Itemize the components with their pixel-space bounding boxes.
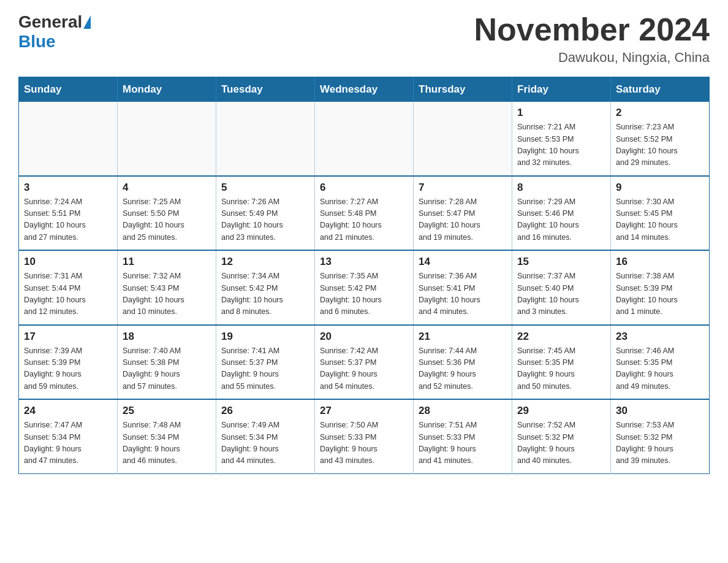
calendar-cell: 7Sunrise: 7:28 AMSunset: 5:47 PMDaylight… xyxy=(414,176,512,251)
calendar-week-row: 3Sunrise: 7:24 AMSunset: 5:51 PMDaylight… xyxy=(19,176,710,251)
day-info: Sunrise: 7:51 AMSunset: 5:33 PMDaylight:… xyxy=(419,419,507,467)
logo-blue-text: Blue xyxy=(18,32,56,51)
day-info: Sunrise: 7:42 AMSunset: 5:37 PMDaylight:… xyxy=(320,345,408,393)
day-number: 1 xyxy=(517,107,605,119)
calendar-cell: 2Sunrise: 7:23 AMSunset: 5:52 PMDaylight… xyxy=(611,102,710,176)
day-info: Sunrise: 7:53 AMSunset: 5:32 PMDaylight:… xyxy=(616,419,704,467)
day-number: 10 xyxy=(24,256,112,268)
day-number: 21 xyxy=(419,331,507,343)
day-number: 27 xyxy=(320,405,408,417)
day-number: 14 xyxy=(419,256,507,268)
calendar-cell: 29Sunrise: 7:52 AMSunset: 5:32 PMDayligh… xyxy=(512,399,611,473)
day-number: 26 xyxy=(221,405,309,417)
day-number: 6 xyxy=(320,182,408,194)
calendar-cell: 14Sunrise: 7:36 AMSunset: 5:41 PMDayligh… xyxy=(414,250,512,325)
day-info: Sunrise: 7:46 AMSunset: 5:35 PMDaylight:… xyxy=(616,345,704,393)
calendar-cell: 10Sunrise: 7:31 AMSunset: 5:44 PMDayligh… xyxy=(19,250,118,325)
calendar-cell: 1Sunrise: 7:21 AMSunset: 5:53 PMDaylight… xyxy=(512,102,611,176)
day-number: 20 xyxy=(320,331,408,343)
calendar-cell: 22Sunrise: 7:45 AMSunset: 5:35 PMDayligh… xyxy=(512,325,611,400)
day-info: Sunrise: 7:44 AMSunset: 5:36 PMDaylight:… xyxy=(419,345,507,393)
day-info: Sunrise: 7:49 AMSunset: 5:34 PMDaylight:… xyxy=(221,419,309,467)
day-number: 11 xyxy=(123,256,211,268)
calendar-cell: 4Sunrise: 7:25 AMSunset: 5:50 PMDaylight… xyxy=(118,176,216,251)
calendar-cell: 3Sunrise: 7:24 AMSunset: 5:51 PMDaylight… xyxy=(19,176,118,251)
calendar-table: SundayMondayTuesdayWednesdayThursdayFrid… xyxy=(18,77,710,474)
day-number: 29 xyxy=(517,405,605,417)
calendar-cell: 17Sunrise: 7:39 AMSunset: 5:39 PMDayligh… xyxy=(19,325,118,400)
calendar-header: SundayMondayTuesdayWednesdayThursdayFrid… xyxy=(19,77,710,102)
logo-triangle-icon xyxy=(83,15,91,29)
day-number: 22 xyxy=(517,331,605,343)
logo: General Blue xyxy=(18,12,92,52)
day-info: Sunrise: 7:45 AMSunset: 5:35 PMDaylight:… xyxy=(517,345,605,393)
calendar-cell: 19Sunrise: 7:41 AMSunset: 5:37 PMDayligh… xyxy=(216,325,315,400)
day-info: Sunrise: 7:47 AMSunset: 5:34 PMDaylight:… xyxy=(24,419,112,467)
day-number: 5 xyxy=(221,182,309,194)
day-number: 8 xyxy=(517,182,605,194)
page-header: General Blue November 2024 Dawukou, Ning… xyxy=(18,12,710,66)
calendar-cell xyxy=(118,102,216,176)
calendar-week-row: 1Sunrise: 7:21 AMSunset: 5:53 PMDaylight… xyxy=(19,102,710,176)
calendar-cell: 24Sunrise: 7:47 AMSunset: 5:34 PMDayligh… xyxy=(19,399,118,473)
location: Dawukou, Ningxia, China xyxy=(474,50,710,66)
day-of-week-header: Saturday xyxy=(611,77,710,102)
day-info: Sunrise: 7:29 AMSunset: 5:46 PMDaylight:… xyxy=(517,196,605,244)
calendar-cell: 27Sunrise: 7:50 AMSunset: 5:33 PMDayligh… xyxy=(315,399,414,473)
day-number: 30 xyxy=(616,405,704,417)
day-info: Sunrise: 7:34 AMSunset: 5:42 PMDaylight:… xyxy=(221,270,309,318)
day-info: Sunrise: 7:39 AMSunset: 5:39 PMDaylight:… xyxy=(24,345,112,393)
day-info: Sunrise: 7:32 AMSunset: 5:43 PMDaylight:… xyxy=(123,270,211,318)
day-info: Sunrise: 7:38 AMSunset: 5:39 PMDaylight:… xyxy=(616,270,704,318)
calendar-cell: 13Sunrise: 7:35 AMSunset: 5:42 PMDayligh… xyxy=(315,250,414,325)
day-info: Sunrise: 7:36 AMSunset: 5:41 PMDaylight:… xyxy=(419,270,507,318)
day-number: 25 xyxy=(123,405,211,417)
day-info: Sunrise: 7:37 AMSunset: 5:40 PMDaylight:… xyxy=(517,270,605,318)
calendar-cell: 11Sunrise: 7:32 AMSunset: 5:43 PMDayligh… xyxy=(118,250,216,325)
day-of-week-header: Wednesday xyxy=(315,77,414,102)
day-number: 7 xyxy=(419,182,507,194)
day-info: Sunrise: 7:24 AMSunset: 5:51 PMDaylight:… xyxy=(24,196,112,244)
calendar-week-row: 17Sunrise: 7:39 AMSunset: 5:39 PMDayligh… xyxy=(19,325,710,400)
calendar-cell: 16Sunrise: 7:38 AMSunset: 5:39 PMDayligh… xyxy=(611,250,710,325)
day-info: Sunrise: 7:52 AMSunset: 5:32 PMDaylight:… xyxy=(517,419,605,467)
day-info: Sunrise: 7:48 AMSunset: 5:34 PMDaylight:… xyxy=(123,419,211,467)
day-number: 17 xyxy=(24,331,112,343)
day-number: 23 xyxy=(616,331,704,343)
calendar-cell xyxy=(19,102,118,176)
calendar-week-row: 24Sunrise: 7:47 AMSunset: 5:34 PMDayligh… xyxy=(19,399,710,473)
day-number: 2 xyxy=(616,107,704,119)
calendar-cell: 12Sunrise: 7:34 AMSunset: 5:42 PMDayligh… xyxy=(216,250,315,325)
day-of-week-header: Tuesday xyxy=(216,77,315,102)
day-info: Sunrise: 7:28 AMSunset: 5:47 PMDaylight:… xyxy=(419,196,507,244)
calendar-cell: 26Sunrise: 7:49 AMSunset: 5:34 PMDayligh… xyxy=(216,399,315,473)
day-info: Sunrise: 7:27 AMSunset: 5:48 PMDaylight:… xyxy=(320,196,408,244)
day-info: Sunrise: 7:30 AMSunset: 5:45 PMDaylight:… xyxy=(616,196,704,244)
day-number: 13 xyxy=(320,256,408,268)
calendar-cell: 18Sunrise: 7:40 AMSunset: 5:38 PMDayligh… xyxy=(118,325,216,400)
calendar-cell: 21Sunrise: 7:44 AMSunset: 5:36 PMDayligh… xyxy=(414,325,512,400)
day-number: 3 xyxy=(24,182,112,194)
calendar-body: 1Sunrise: 7:21 AMSunset: 5:53 PMDaylight… xyxy=(19,102,710,473)
day-of-week-header: Sunday xyxy=(19,77,118,102)
day-number: 12 xyxy=(221,256,309,268)
day-info: Sunrise: 7:50 AMSunset: 5:33 PMDaylight:… xyxy=(320,419,408,467)
days-of-week-row: SundayMondayTuesdayWednesdayThursdayFrid… xyxy=(19,77,710,102)
calendar-cell: 9Sunrise: 7:30 AMSunset: 5:45 PMDaylight… xyxy=(611,176,710,251)
day-number: 9 xyxy=(616,182,704,194)
day-number: 15 xyxy=(517,256,605,268)
day-number: 18 xyxy=(123,331,211,343)
day-info: Sunrise: 7:21 AMSunset: 5:53 PMDaylight:… xyxy=(517,121,605,169)
calendar-cell: 8Sunrise: 7:29 AMSunset: 5:46 PMDaylight… xyxy=(512,176,611,251)
day-info: Sunrise: 7:40 AMSunset: 5:38 PMDaylight:… xyxy=(123,345,211,393)
calendar-cell: 23Sunrise: 7:46 AMSunset: 5:35 PMDayligh… xyxy=(611,325,710,400)
day-info: Sunrise: 7:26 AMSunset: 5:49 PMDaylight:… xyxy=(221,196,309,244)
logo-general-text: General xyxy=(18,12,82,32)
calendar-cell: 5Sunrise: 7:26 AMSunset: 5:49 PMDaylight… xyxy=(216,176,315,251)
day-number: 28 xyxy=(419,405,507,417)
calendar-cell xyxy=(315,102,414,176)
day-number: 4 xyxy=(123,182,211,194)
calendar-cell xyxy=(414,102,512,176)
calendar-cell: 6Sunrise: 7:27 AMSunset: 5:48 PMDaylight… xyxy=(315,176,414,251)
month-title: November 2024 xyxy=(474,12,710,47)
